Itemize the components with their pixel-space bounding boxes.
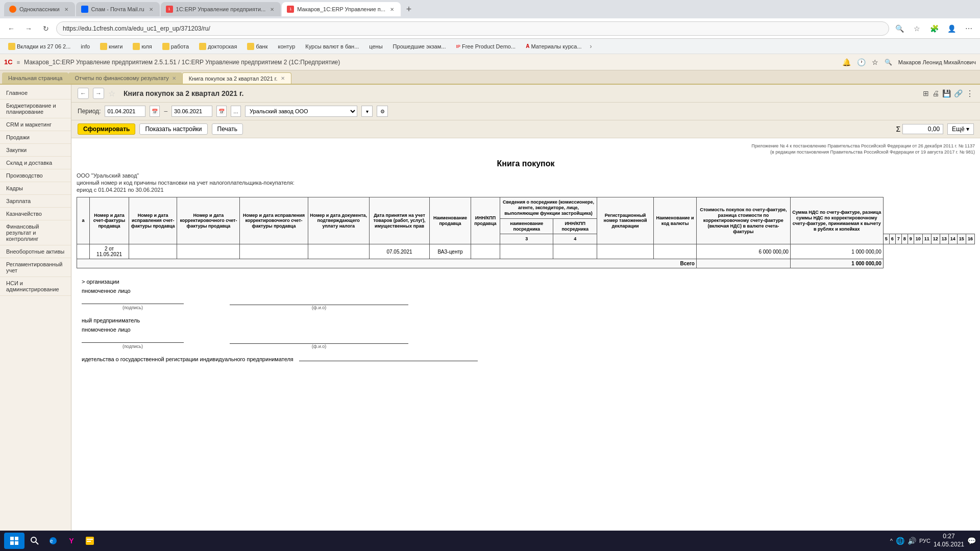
sidebar-item-financial[interactable]: Финансовый результат и контроллинг [0,220,71,245]
menu-icon[interactable]: ⋯ [962,21,976,36]
browser-tab-label-1: Одноклассники [19,6,60,12]
link-icon[interactable]: 🔗 [954,89,963,97]
taskbar-search-icon[interactable] [27,533,43,549]
col-num-9: 9 [908,234,914,244]
app-tab-reports[interactable]: Отчеты по финансовому результату ✕ [68,72,182,84]
bookmark-icon[interactable]: ☆ [910,21,924,36]
sidebar-item-zarplata[interactable]: Зарплата [0,195,71,208]
sidebar-item-glavnoe[interactable]: Главное [0,87,71,99]
new-tab-button[interactable]: + [402,2,416,16]
sidebar-item-prodazhi[interactable]: Продажи [0,131,71,144]
org-settings-btn[interactable]: ⚙ [377,106,388,117]
sidebar-item-nsi[interactable]: НСИ и администрирование [0,277,71,296]
profile-icon[interactable]: 👤 [944,21,959,36]
taskbar-date: 14.05.2021 [934,541,964,549]
date-from-input[interactable]: 01.04.2021 [105,106,145,117]
bookmark-kontur[interactable]: контур [274,42,299,51]
bookmark-ceny[interactable]: цены [365,42,386,51]
browser-tab-1c-erp[interactable]: 1 1С:ERP Управление предприяти... ✕ [161,2,281,16]
browser-tab-close-1[interactable]: ✕ [63,6,70,13]
date-from-picker[interactable]: 📅 [150,106,160,117]
nav-forward-button[interactable]: → [93,88,104,99]
taskbar-edge-icon[interactable]: e [45,533,61,549]
settings-button[interactable]: Показать настройки [139,123,207,135]
taskbar-volume-icon[interactable]: 🔊 [908,537,916,545]
bookmark-bank[interactable]: банк [243,42,272,51]
bookmark-yulia[interactable]: юля [129,42,156,51]
col-header-a: а [77,197,90,244]
col-num-11: 11 [922,234,931,244]
bell-icon[interactable]: 🔔 [842,58,851,66]
bookmark-rabota[interactable]: работа [158,42,193,51]
sidebar-item-crm[interactable]: CRM и маркетинг [0,118,71,131]
sidebar-item-zakupki[interactable]: Закупки [0,144,71,157]
reload-button[interactable]: ↻ [39,21,53,36]
bookmark-kursy[interactable]: Курсы валют в бан... [301,42,363,51]
action-bar: Сформировать Показать настройки Печать Σ… [71,120,980,138]
form-button[interactable]: Сформировать [78,123,135,135]
taskbar-chevron[interactable]: ^ [890,538,893,544]
forward-button[interactable]: → [21,21,36,36]
bookmark-label-8: Курсы валют в бан... [305,43,359,49]
taskbar-yandex-icon[interactable]: Y [63,533,80,549]
browser-tab-close-2[interactable]: ✕ [148,6,155,13]
print-button[interactable]: Печать [212,123,243,135]
reports-tab-close[interactable]: ✕ [172,76,176,81]
browser-nav-bar: ← → ↻ https://edu.1cfresh.com/a/edu_uc1_… [0,18,980,39]
document-area: Приложение № 4 к постановлению Правитель… [71,138,980,544]
sidebar-item-kadry[interactable]: Кадры [0,182,71,195]
user-search-icon[interactable]: 🔍 [885,59,892,66]
row-a [77,244,90,259]
print-icon[interactable]: 🖨 [932,89,939,97]
browser-tab-odnoklassniki[interactable]: Одноклассники ✕ [4,2,75,16]
sidebar-item-production[interactable]: Производство [0,169,71,182]
sidebar-item-label: Главное [6,90,28,96]
app-tab-purchase-book[interactable]: Книга покупок за 2 квартал 2021 г. ✕ [182,72,291,84]
browser-tab-mail[interactable]: Спам - Почта Mail.ru ✕ [76,2,160,16]
taskbar-notification-icon[interactable]: 💬 [967,537,976,545]
extensions-icon[interactable]: 🧩 [927,21,941,36]
bookmark-info[interactable]: info [77,42,94,51]
star-doc-icon[interactable]: ☆ [108,89,115,98]
more-doc-icon[interactable]: ⋮ [966,89,974,98]
sig-sign-label-1: (подпись) [82,305,184,310]
app-tab-home[interactable]: Начальная страница [2,72,68,84]
bookmark-free-demo[interactable]: IP Free Product Demo... [452,42,520,51]
star-icon[interactable]: ☆ [872,58,878,66]
bookmark-doktorskaya[interactable]: докторская [195,42,241,51]
taskbar-explorer-icon[interactable] [82,533,98,549]
sidebar-item-reg-uchet[interactable]: Регламентированный учет [0,258,71,277]
col-header-invoice-date: Номер и дата счет-фактуры продавца [90,197,129,244]
bookmark-knigi[interactable]: книги [96,42,127,51]
date-to-picker[interactable]: 📅 [216,106,227,117]
svg-text:e: e [50,538,53,544]
hamburger-icon[interactable]: ≡ [17,59,20,65]
sidebar-item-sklad[interactable]: Склад и доставка [0,157,71,169]
nav-back-button[interactable]: ← [78,88,89,99]
purchase-book-tab-close[interactable]: ✕ [281,76,285,81]
bookmarks-more[interactable]: › [590,43,592,50]
search-icon[interactable]: 🔍 [892,21,906,36]
sidebar-item-kaznacheystvo[interactable]: Казначейство [0,208,71,220]
more-button[interactable]: Ещё ▾ [947,123,974,135]
sidebar-item-budget[interactable]: Бюджетирование и планирование [0,99,71,118]
browser-tab-makarov[interactable]: 1 Макаров_1С:ERP Управление п... ✕ [282,2,401,16]
grid-view-icon[interactable]: ⊞ [923,89,929,97]
organization-select[interactable]: Уральский завод ООО [245,106,357,117]
date-to-input[interactable]: 30.06.2021 [172,106,212,117]
bookmark-materialy[interactable]: A Материалы курса... [522,42,585,51]
sidebar-item-assets[interactable]: Внеоборотные активы [0,245,71,258]
save-icon[interactable]: 💾 [942,89,951,97]
bookmark-proshedshie[interactable]: Прошедшие экзам... [389,42,450,51]
browser-tab-close-3[interactable]: ✕ [268,6,276,13]
taskbar-network-icon[interactable]: 🌐 [896,537,904,545]
bookmark-vkladki[interactable]: Вкладки из 27 06 2... [4,42,75,51]
org-select-btn[interactable]: ▾ [361,106,373,117]
address-bar[interactable]: https://edu.1cfresh.com/a/edu_uc1_erp_up… [56,21,889,36]
back-button[interactable]: ← [4,21,18,36]
browser-tab-close-4[interactable]: ✕ [388,6,396,13]
start-button[interactable] [4,533,24,549]
history-icon[interactable]: 🕐 [857,58,866,66]
date-range-btn[interactable]: … [231,106,241,117]
period-label: Период: [78,108,101,115]
